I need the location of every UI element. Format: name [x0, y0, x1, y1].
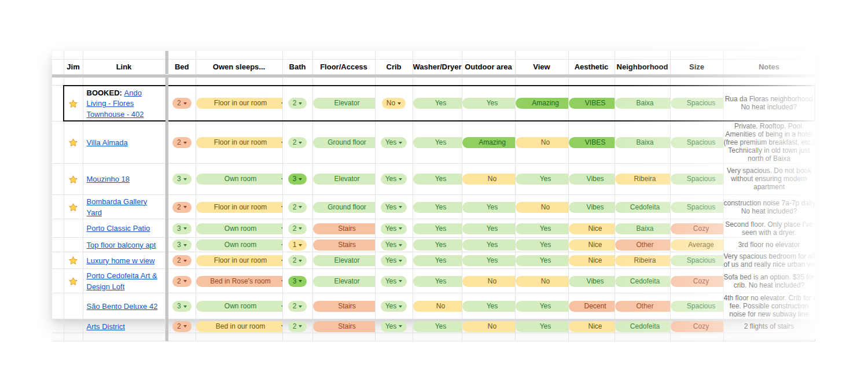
neighborhood-dropdown-chip[interactable]: Other — [615, 301, 671, 312]
neighborhood-cell[interactable]: Ribeira — [615, 252, 670, 269]
view-dropdown-chip[interactable]: Yes — [516, 240, 569, 251]
bath-cell[interactable]: 3 — [282, 163, 312, 194]
size-cell[interactable]: Spacious — [670, 163, 723, 194]
view-dropdown-chip[interactable]: Yes — [516, 174, 569, 185]
crib-cell[interactable]: Yes — [375, 121, 413, 163]
crib-cell[interactable]: Yes — [375, 269, 413, 293]
view-cell[interactable]: No — [515, 121, 568, 163]
column-header-outdoor[interactable]: Outdoor area — [462, 59, 515, 74]
floor-cell[interactable]: Stairs — [312, 219, 375, 238]
neighborhood-dropdown-chip[interactable]: Baixa — [615, 223, 671, 234]
aesthetic-dropdown-chip[interactable]: Vibes — [569, 202, 615, 213]
neighborhood-cell[interactable]: Cedofeita — [615, 319, 670, 333]
column-header-size[interactable]: Size — [670, 59, 723, 74]
view-dropdown-chip[interactable]: Yes — [516, 321, 569, 332]
crib-cell[interactable]: Yes — [375, 293, 413, 319]
outdoor-dropdown-chip[interactable]: Yes — [462, 98, 516, 109]
crib-dropdown-chip[interactable]: Yes — [381, 202, 407, 213]
size-cell[interactable]: Cozy — [670, 319, 723, 333]
listing-link[interactable]: Villa Almada — [87, 138, 128, 147]
bath-cell[interactable]: 2 — [282, 86, 312, 121]
owen-cell[interactable]: Floor in our room — [196, 86, 282, 121]
size-dropdown-chip[interactable]: Cozy — [671, 321, 724, 332]
bath-cell[interactable]: 2 — [282, 293, 312, 319]
neighborhood-cell[interactable]: Other — [615, 293, 670, 319]
notes-cell[interactable]: Private. Rooftop. Pool.Amenities of bein… — [723, 121, 815, 163]
outdoor-cell[interactable]: Amazing — [462, 121, 515, 163]
wd-cell[interactable]: Yes — [413, 269, 462, 293]
owen-dropdown-chip[interactable]: Own room — [196, 174, 283, 185]
size-cell[interactable]: Spacious — [670, 86, 723, 121]
owen-dropdown-chip[interactable]: Bed in Rose's room — [196, 276, 283, 287]
outdoor-dropdown-chip[interactable]: No — [462, 174, 516, 185]
size-dropdown-chip[interactable]: Average — [671, 240, 724, 251]
floor-dropdown-chip[interactable]: Elevator — [313, 276, 376, 287]
wd-dropdown-chip[interactable]: Yes — [413, 174, 462, 185]
listing-link[interactable]: Bombarda Gallery Yard — [87, 197, 148, 217]
view-dropdown-chip[interactable]: Yes — [516, 301, 569, 312]
crib-cell[interactable]: Yes — [375, 219, 413, 238]
view-cell[interactable]: Yes — [515, 252, 568, 269]
neighborhood-dropdown-chip[interactable]: Ribeira — [615, 174, 671, 185]
outdoor-dropdown-chip[interactable]: Yes — [462, 301, 516, 312]
neighborhood-dropdown-chip[interactable]: Baixa — [615, 98, 671, 109]
view-cell[interactable]: No — [515, 194, 568, 219]
column-header-owen[interactable]: Owen sleeps... — [196, 59, 282, 74]
aesthetic-dropdown-chip[interactable]: Nice — [569, 255, 615, 266]
aesthetic-cell[interactable]: Nice — [568, 319, 615, 333]
notes-cell[interactable]: Very spacious. Do not bookwithout ensuri… — [723, 163, 815, 194]
outdoor-dropdown-chip[interactable]: No — [462, 276, 516, 287]
floor-dropdown-chip[interactable]: Elevator — [313, 255, 376, 266]
bed-dropdown-chip[interactable]: 2 — [172, 137, 192, 148]
aesthetic-dropdown-chip[interactable]: Vibes — [569, 276, 615, 287]
column-header-link[interactable]: Link — [83, 59, 165, 74]
floor-dropdown-chip[interactable]: Stairs — [313, 301, 376, 312]
bath-dropdown-chip[interactable]: 2 — [288, 255, 307, 266]
crib-dropdown-chip[interactable]: Yes — [381, 137, 407, 148]
crib-cell[interactable]: No — [375, 86, 413, 121]
bath-dropdown-chip[interactable]: 3 — [288, 174, 307, 185]
wd-dropdown-chip[interactable]: Yes — [413, 202, 462, 213]
outdoor-cell[interactable]: Yes — [462, 194, 515, 219]
favorite-star-cell[interactable] — [64, 163, 83, 194]
bed-dropdown-chip[interactable]: 2 — [172, 276, 192, 287]
view-dropdown-chip[interactable]: Amazing — [516, 98, 569, 109]
column-header-view[interactable]: View — [515, 59, 568, 74]
view-dropdown-chip[interactable]: Yes — [516, 255, 569, 266]
owen-cell[interactable]: Bed in Rose's room — [196, 269, 282, 293]
view-cell[interactable]: Yes — [515, 319, 568, 333]
owen-cell[interactable]: Own room — [196, 293, 282, 319]
wd-dropdown-chip[interactable]: Yes — [413, 98, 462, 109]
size-dropdown-chip[interactable]: Spacious — [671, 202, 724, 213]
aesthetic-dropdown-chip[interactable]: Nice — [569, 321, 615, 332]
bed-dropdown-chip[interactable]: 3 — [172, 301, 192, 312]
bed-cell[interactable]: 3 — [168, 219, 196, 238]
aesthetic-cell[interactable]: Nice — [568, 252, 615, 269]
favorite-star-cell[interactable] — [64, 269, 83, 293]
listing-link[interactable]: Luxury home w view — [87, 256, 155, 265]
wd-dropdown-chip[interactable]: Yes — [413, 223, 462, 234]
aesthetic-cell[interactable]: VIBES — [568, 121, 615, 163]
outdoor-cell[interactable]: No — [462, 269, 515, 293]
owen-dropdown-chip[interactable]: Floor in our room — [196, 202, 283, 213]
listing-link[interactable]: Top floor balcony apt — [87, 241, 156, 249]
outdoor-cell[interactable]: Yes — [462, 293, 515, 319]
outdoor-cell[interactable]: No — [462, 163, 515, 194]
owen-dropdown-chip[interactable]: Own room — [196, 223, 283, 234]
outdoor-dropdown-chip[interactable]: Yes — [462, 223, 516, 234]
size-cell[interactable]: Cozy — [670, 219, 723, 238]
size-dropdown-chip[interactable]: Cozy — [671, 223, 724, 234]
notes-cell[interactable]: Second floor. Only place I'veseen with a… — [723, 219, 815, 238]
bed-dropdown-chip[interactable]: 2 — [172, 98, 192, 109]
aesthetic-dropdown-chip[interactable]: VIBES — [569, 98, 615, 109]
outdoor-dropdown-chip[interactable]: Yes — [462, 255, 516, 266]
owen-dropdown-chip[interactable]: Own room — [196, 301, 283, 312]
neighborhood-cell[interactable]: Other — [615, 238, 670, 252]
view-cell[interactable]: Yes — [515, 219, 568, 238]
crib-dropdown-chip[interactable]: Yes — [381, 174, 407, 185]
bath-dropdown-chip[interactable]: 2 — [288, 202, 307, 213]
owen-dropdown-chip[interactable]: Own room — [196, 240, 283, 251]
crib-dropdown-chip[interactable]: Yes — [381, 321, 407, 332]
view-dropdown-chip[interactable]: Yes — [516, 223, 569, 234]
bath-cell[interactable]: 2 — [282, 319, 312, 333]
